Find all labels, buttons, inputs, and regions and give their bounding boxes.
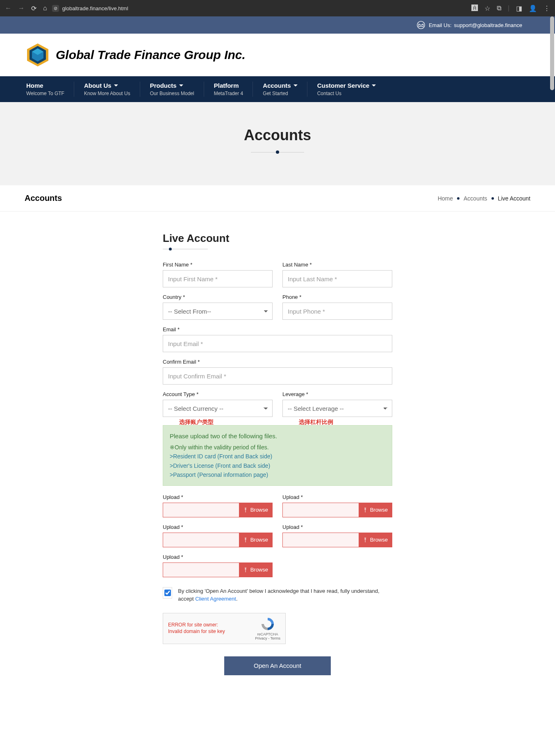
upload-label-5: Upload * (163, 554, 273, 560)
email-value[interactable]: support@globaltrade.finance (454, 22, 522, 28)
upload-icon: ⭱ (363, 537, 368, 543)
chevron-down-icon (293, 84, 298, 87)
last-name-input[interactable] (282, 270, 392, 287)
top-contact-bar: Email Us: support@globaltrade.finance (0, 16, 555, 34)
agreement-checkbox[interactable] (164, 590, 171, 596)
recaptcha-icon (260, 617, 275, 631)
account-type-note: 选择账户类型 (179, 419, 214, 426)
extensions-icon[interactable]: ⧉ (497, 5, 501, 12)
translate-icon[interactable]: 🅰 (471, 5, 478, 12)
upload-label-3: Upload * (163, 524, 273, 530)
upload-notice: Please upload two of the following files… (163, 425, 392, 486)
upload-icon: ⭱ (243, 537, 248, 543)
open-account-button[interactable]: Open An Account (224, 656, 331, 675)
side-panel-icon[interactable]: ◨ (516, 5, 522, 12)
nav-platform[interactable]: Platform MetaTrader 4 (204, 76, 253, 102)
chevron-down-icon (372, 84, 376, 87)
home-icon[interactable]: ⌂ (43, 5, 47, 12)
upload-label-4: Upload * (282, 524, 392, 530)
agreement-checkbox-wrapper (163, 587, 172, 599)
scrollbar-thumb[interactable] (550, 16, 554, 90)
upload-notice-validity: ※Only within the validity period of file… (170, 443, 385, 452)
upload-label-2: Upload * (282, 494, 392, 500)
crumb-home[interactable]: Home (438, 195, 453, 202)
country-label: Country * (163, 294, 273, 300)
upload-input-4[interactable] (283, 533, 359, 547)
forward-icon[interactable]: → (18, 5, 25, 12)
company-logo (25, 42, 51, 68)
browse-button-1[interactable]: ⭱Browse (239, 503, 272, 517)
email-input[interactable] (163, 335, 392, 352)
site-info-icon[interactable]: ⊘ (52, 5, 59, 12)
upload-field-3: ⭱Browse (163, 533, 273, 547)
upload-icon: ⭱ (243, 507, 248, 513)
confirm-email-input[interactable] (163, 367, 392, 385)
recaptcha-badge: reCAPTCHA Privacy - Terms (255, 617, 280, 640)
back-icon[interactable]: ← (5, 5, 11, 12)
upload-field-4: ⭱Browse (282, 533, 392, 547)
browse-button-3[interactable]: ⭱Browse (239, 533, 272, 547)
upload-icon: ⭱ (243, 567, 248, 573)
page-title-section: Accounts (0, 102, 555, 185)
bookmark-icon[interactable]: ☆ (484, 5, 490, 12)
upload-input-1[interactable] (163, 503, 239, 517)
upload-input-5[interactable] (163, 563, 239, 577)
svg-point-0 (417, 21, 425, 29)
heading-divider (163, 249, 208, 249)
browse-button-5[interactable]: ⭱Browse (239, 563, 272, 577)
phone-label: Phone * (282, 294, 392, 300)
upload-field-1: ⭱Browse (163, 503, 273, 517)
url-text[interactable]: globaltrade.finance/live.html (62, 5, 128, 11)
upload-doc-option-3[interactable]: >Passport (Personal information page) (170, 470, 385, 479)
upload-doc-option-1[interactable]: >Resident ID card (Front and Back side) (170, 452, 385, 461)
crumb-separator (491, 197, 494, 200)
chevron-down-icon (114, 84, 118, 87)
breadcrumb: Home Accounts Live Account (438, 195, 530, 202)
upload-label-1: Upload * (163, 494, 273, 500)
last-name-label: Last Name * (282, 262, 392, 268)
leverage-note: 选择杠杆比例 (299, 419, 333, 426)
nav-products[interactable]: Products Our Business Model (140, 76, 204, 102)
upload-icon: ⭱ (363, 507, 368, 513)
nav-accounts[interactable]: Accounts Get Started (253, 76, 307, 102)
browse-button-2[interactable]: ⭱Browse (359, 503, 392, 517)
first-name-input[interactable] (163, 270, 273, 287)
first-name-label: First Name * (163, 262, 273, 268)
phone-input[interactable] (282, 303, 392, 320)
country-select[interactable]: -- Select From-- (163, 303, 273, 320)
reload-icon[interactable]: ⟳ (31, 5, 36, 12)
leverage-select[interactable]: -- Select Leverage -- (282, 400, 392, 417)
upload-input-3[interactable] (163, 533, 239, 547)
breadcrumb-bar: Accounts Home Accounts Live Account (0, 185, 555, 212)
recaptcha-widget[interactable]: ERROR for site owner: Invalid domain for… (163, 613, 286, 644)
agreement-text: By clicking 'Open An Account' below I ac… (178, 587, 392, 603)
page-title: Accounts (0, 127, 555, 144)
nav-customer-service[interactable]: Customer Service Contact Us (307, 76, 386, 102)
upload-field-5: ⭱Browse (163, 562, 273, 577)
menu-icon[interactable]: ⋮ (544, 5, 550, 12)
crumb-live-account: Live Account (498, 195, 530, 202)
leverage-label: Leverage * (282, 391, 392, 397)
confirm-email-label: Confirm Email * (163, 359, 392, 365)
site-header: Global Trade Finance Group Inc. (0, 34, 555, 76)
main-nav: Home Welcome To GTF About Us Know More A… (0, 76, 555, 102)
browse-button-4[interactable]: ⭱Browse (359, 533, 392, 547)
profile-icon[interactable]: 👤 (529, 5, 537, 12)
upload-field-2: ⭱Browse (282, 503, 392, 517)
chevron-down-icon (179, 84, 183, 87)
client-agreement-link[interactable]: Client Agreement (195, 596, 236, 602)
upload-input-2[interactable] (283, 503, 359, 517)
upload-notice-title: Please upload two of the following files… (170, 431, 385, 441)
title-divider (251, 152, 304, 153)
form-heading: Live Account (163, 232, 392, 245)
upload-doc-option-2[interactable]: >Driver's License (Front and Back side) (170, 461, 385, 470)
account-type-label: Account Type * (163, 391, 273, 397)
recaptcha-error: ERROR for site owner: Invalid domain for… (168, 622, 255, 635)
crumb-separator (457, 197, 459, 200)
nav-home[interactable]: Home Welcome To GTF (16, 76, 74, 102)
nav-about[interactable]: About Us Know More About Us (74, 76, 140, 102)
account-type-select[interactable]: -- Select Currency -- (163, 400, 273, 417)
crumb-accounts[interactable]: Accounts (464, 195, 487, 202)
company-name: Global Trade Finance Group Inc. (56, 48, 246, 62)
email-label: Email * (163, 326, 392, 332)
